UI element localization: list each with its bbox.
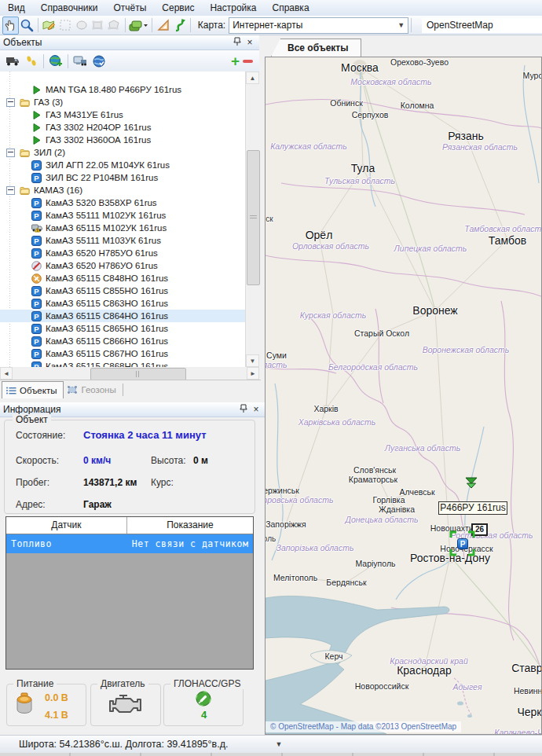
scrollbar-thumb[interactable] (247, 150, 260, 285)
tree-folder[interactable]: ЗИЛ (2) (0, 146, 246, 159)
globe-blue-icon[interactable] (90, 52, 108, 70)
tree-item[interactable]: PКамАЗ 65115 С865НО 161rus (0, 322, 246, 335)
arrow-green-icon (31, 123, 42, 133)
map-label: оль (265, 534, 276, 543)
tree-item[interactable]: КамАЗ 65115 М102УК 161rus (0, 222, 246, 234)
tree-item[interactable]: PКамАЗ 5320 В358ХР 61rus (0, 196, 246, 209)
menu-reports[interactable]: Отчёты (105, 0, 154, 16)
tab-geozones[interactable]: Геозоны (64, 381, 122, 398)
footprints-icon[interactable] (22, 52, 41, 70)
table-row[interactable]: Топливо Нет связи с датчиком (6, 534, 253, 553)
map-type-value: Интернет-карты (233, 20, 302, 31)
map-provider-combobox[interactable]: OpenStreetMap (422, 18, 542, 33)
hand-tool-icon[interactable] (2, 17, 19, 35)
reading-column-header: Показание (127, 517, 253, 534)
ellipse-icon[interactable] (73, 17, 90, 35)
svg-text:P: P (34, 312, 39, 321)
menu-directories[interactable]: Справочники (33, 0, 106, 16)
tree-item[interactable]: PКамАЗ 65115 С864НО 161rus (0, 310, 246, 322)
scrollbar-thumb[interactable] (90, 368, 186, 380)
polygon-icon[interactable] (106, 17, 123, 35)
collapse-icon[interactable] (6, 149, 15, 157)
rectangle-icon[interactable] (90, 17, 106, 35)
pin-icon[interactable] (231, 37, 244, 49)
tree-item[interactable]: КамАЗ 6520 Н786УО 61rus (0, 259, 246, 272)
tree-item[interactable]: PКамАЗ 65115 С866НО 161rus (0, 335, 246, 347)
tree-item-label: КамАЗ 65115 С848НО 161rus (46, 273, 168, 283)
arrow-green-icon (31, 110, 42, 120)
chevron-down-icon: ▼ (397, 21, 405, 29)
tree-item[interactable]: MAN TGA 18.480 Р466РУ 161rus (0, 83, 246, 96)
scroll-right-icon[interactable]: ► (247, 367, 259, 380)
map-type-combobox[interactable]: Интернет-карты ▼ (229, 17, 408, 34)
tree-item[interactable]: ГАЗ 3302 Н360ОА 161rus (0, 134, 246, 146)
map-label: Невинномысск (514, 686, 542, 695)
tree-item-label: КамАЗ 65115 М102УК 161rus (46, 223, 167, 233)
ruler-icon[interactable] (155, 17, 171, 35)
altitude-label: Высота: (151, 455, 186, 466)
vehicle-arrow-marker[interactable] (464, 476, 478, 494)
tree-vertical-scrollbar[interactable]: ▲ ▼ (245, 72, 259, 367)
scroll-down-icon[interactable]: ▼ (246, 354, 259, 367)
tree-item[interactable]: ГАЗ 3302 Н204ОР 161rus (0, 121, 246, 134)
tab-separator (123, 384, 123, 396)
map-label: Новороссийск (355, 681, 408, 691)
layers-icon[interactable] (127, 17, 149, 35)
globe-add-icon[interactable] (46, 52, 65, 70)
toolbar-separator (68, 54, 68, 68)
tree-horizontal-scrollbar[interactable]: ◄ ► (0, 367, 259, 380)
zoom-icon[interactable] (19, 17, 35, 35)
parking-icon: P (31, 198, 42, 208)
tree-item[interactable]: ГАЗ М431УЕ 61rus (0, 108, 246, 121)
tree-item-label: КамАЗ 55111 М103УК 61rus (46, 236, 161, 245)
route-icon[interactable] (171, 17, 188, 35)
menu-help[interactable]: Справка (264, 0, 317, 16)
object-group-label: Объект (13, 414, 51, 425)
gnss-label: ГЛОНАСС/GPS (170, 678, 244, 689)
marquee-icon[interactable] (57, 17, 73, 35)
state-value: Стоянка 2 часа 11 минут (83, 429, 207, 441)
parking-icon: P (31, 211, 42, 221)
truck-icon[interactable] (3, 52, 22, 70)
menu-view[interactable]: Вид (0, 0, 33, 16)
close-icon[interactable]: × (250, 404, 262, 415)
tab-objects[interactable]: Объекты (2, 381, 64, 398)
menu-service[interactable]: Сервис (154, 0, 202, 16)
tree-item[interactable]: PКамАЗ 65115 С863НО 161rus (0, 297, 246, 310)
parking-icon: P (31, 236, 42, 246)
close-icon[interactable]: × (244, 37, 256, 48)
tree-item[interactable]: PЗИЛ ВС 22 Р104ВМ 161rus (0, 171, 246, 184)
tree-item[interactable]: PКамАЗ 65115 С855НО 161rus (0, 284, 246, 297)
truck-monitor-icon[interactable] (71, 52, 90, 70)
map-base-layer (266, 57, 541, 734)
tree-item[interactable]: PЗИЛ АГП 22.05 М104УК 61rus (0, 159, 246, 171)
collapse-icon[interactable] (6, 98, 15, 107)
pin-icon[interactable] (237, 404, 250, 416)
svg-text:P: P (34, 350, 39, 358)
map-label: Липецкая область (394, 244, 467, 253)
remove-icon[interactable] (243, 60, 253, 63)
tree-item[interactable]: PКамАЗ 55111 М102УК 161rus (0, 209, 246, 222)
chevron-down-icon[interactable]: ▼ (275, 740, 282, 748)
tree-item-label: КАМАЗ (16) (34, 185, 82, 195)
menu-settings[interactable]: Настройка (202, 0, 264, 16)
collapse-icon[interactable] (6, 186, 15, 195)
tree-folder[interactable]: ГАЗ (3) (0, 96, 246, 108)
scroll-up-icon[interactable]: ▲ (246, 72, 259, 84)
map-label: Харків (313, 404, 338, 413)
tree-item[interactable]: PКамАЗ 65115 С867НО 161rus (0, 347, 246, 360)
voltage-primary: 0.0 В (45, 692, 68, 703)
edit-map-icon[interactable] (40, 17, 57, 35)
tree-item[interactable]: PКамАЗ 55111 М103УК 61rus (0, 234, 246, 247)
add-icon[interactable]: + (231, 54, 240, 68)
scroll-left-icon[interactable]: ◄ (0, 367, 13, 380)
map-label: Ставрополь (511, 662, 542, 674)
map-canvas[interactable]: МоскваОрехово-ЗуевоМуромМосковская облас… (265, 57, 542, 735)
tab-all-objects[interactable]: Все объекты (271, 39, 361, 57)
tab-objects-label: Объекты (20, 386, 57, 395)
map-label: Жданівка (379, 505, 415, 514)
tree-item[interactable]: PКамАЗ 6520 Н785УО 61rus (0, 247, 246, 259)
map-label: Тамбовская область (464, 224, 542, 233)
tree-folder[interactable]: КАМАЗ (16) (0, 184, 246, 196)
tree-item[interactable]: КамАЗ 65115 С848НО 161rus (0, 272, 246, 284)
